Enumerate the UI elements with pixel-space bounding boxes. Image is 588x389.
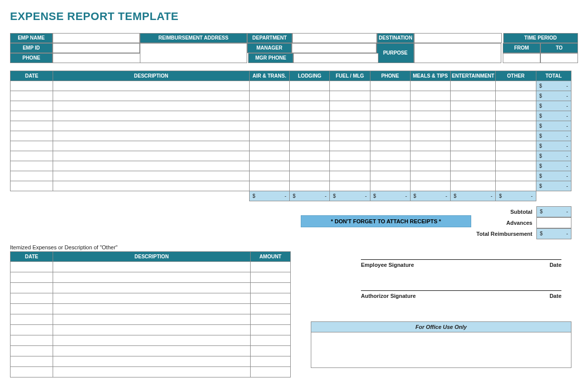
- cell[interactable]: [53, 81, 249, 91]
- cell[interactable]: [251, 283, 291, 293]
- cell[interactable]: [451, 161, 496, 171]
- cell[interactable]: [330, 161, 370, 171]
- cell[interactable]: [289, 181, 329, 191]
- cell[interactable]: [11, 91, 53, 101]
- cell[interactable]: [410, 141, 450, 151]
- cell[interactable]: [451, 101, 496, 111]
- cell[interactable]: [330, 141, 370, 151]
- cell[interactable]: [370, 181, 410, 191]
- cell[interactable]: [11, 335, 53, 346]
- cell[interactable]: [11, 121, 53, 131]
- cell[interactable]: [330, 101, 370, 111]
- cell[interactable]: [249, 181, 289, 191]
- cell[interactable]: [249, 151, 289, 161]
- input-mgr-phone[interactable]: [293, 53, 378, 63]
- input-manager[interactable]: [292, 43, 376, 53]
- input-from[interactable]: [503, 53, 540, 63]
- cell[interactable]: [451, 81, 496, 91]
- cell[interactable]: [289, 101, 329, 111]
- cell[interactable]: [53, 171, 249, 181]
- cell[interactable]: [289, 91, 329, 101]
- cell[interactable]: [410, 121, 450, 131]
- cell[interactable]: [11, 111, 53, 121]
- cell[interactable]: [370, 151, 410, 161]
- cell[interactable]: [289, 121, 329, 131]
- cell[interactable]: [251, 367, 291, 377]
- cell[interactable]: [410, 171, 450, 181]
- cell[interactable]: [370, 171, 410, 181]
- input-purpose[interactable]: [414, 43, 501, 63]
- input-emp-id[interactable]: [53, 43, 140, 53]
- cell[interactable]: [53, 262, 250, 272]
- cell[interactable]: [330, 171, 370, 181]
- cell[interactable]: [53, 111, 249, 121]
- cell[interactable]: [451, 121, 496, 131]
- cell[interactable]: [410, 111, 450, 121]
- cell[interactable]: [11, 161, 53, 171]
- cell[interactable]: [496, 141, 536, 151]
- cell[interactable]: [249, 121, 289, 131]
- cell[interactable]: [370, 131, 410, 141]
- cell[interactable]: [53, 101, 249, 111]
- cell[interactable]: [11, 171, 53, 181]
- cell[interactable]: [249, 131, 289, 141]
- cell[interactable]: [53, 314, 250, 325]
- cell[interactable]: [289, 131, 329, 141]
- cell[interactable]: [289, 161, 329, 171]
- cell[interactable]: [496, 81, 536, 91]
- cell[interactable]: [53, 283, 250, 293]
- cell[interactable]: [53, 293, 250, 304]
- cell[interactable]: [249, 171, 289, 181]
- cell[interactable]: [410, 91, 450, 101]
- cell[interactable]: [289, 111, 329, 121]
- cell[interactable]: [251, 335, 291, 346]
- cell[interactable]: [451, 111, 496, 121]
- cell[interactable]: [53, 304, 250, 314]
- cell[interactable]: [251, 272, 291, 283]
- cell[interactable]: [249, 141, 289, 151]
- cell[interactable]: [11, 346, 53, 356]
- cell[interactable]: [53, 91, 249, 101]
- cell[interactable]: [249, 101, 289, 111]
- cell[interactable]: [11, 293, 53, 304]
- cell[interactable]: [410, 161, 450, 171]
- cell[interactable]: [11, 314, 53, 325]
- cell[interactable]: [53, 151, 249, 161]
- cell[interactable]: [370, 81, 410, 91]
- cell[interactable]: [53, 367, 250, 377]
- cell[interactable]: [370, 141, 410, 151]
- cell[interactable]: [451, 131, 496, 141]
- cell[interactable]: [249, 161, 289, 171]
- cell[interactable]: [496, 111, 536, 121]
- office-use-body[interactable]: [311, 332, 571, 367]
- cell[interactable]: [330, 151, 370, 161]
- cell[interactable]: [370, 121, 410, 131]
- cell[interactable]: [370, 91, 410, 101]
- cell[interactable]: [251, 346, 291, 356]
- cell[interactable]: [53, 141, 249, 151]
- cell[interactable]: [496, 91, 536, 101]
- cell[interactable]: [410, 131, 450, 141]
- cell[interactable]: [11, 356, 53, 367]
- cell[interactable]: [249, 111, 289, 121]
- cell[interactable]: [451, 141, 496, 151]
- cell[interactable]: [11, 283, 53, 293]
- input-emp-name[interactable]: [53, 33, 140, 43]
- cell[interactable]: [330, 181, 370, 191]
- cell[interactable]: [410, 101, 450, 111]
- cell[interactable]: [496, 101, 536, 111]
- cell[interactable]: [53, 272, 250, 283]
- cell[interactable]: [330, 81, 370, 91]
- cell[interactable]: [410, 81, 450, 91]
- cell[interactable]: [370, 111, 410, 121]
- cell[interactable]: [289, 141, 329, 151]
- cell[interactable]: [251, 304, 291, 314]
- cell[interactable]: [451, 171, 496, 181]
- cell[interactable]: [330, 111, 370, 121]
- cell[interactable]: [451, 181, 496, 191]
- employee-signature-line[interactable]: Employee Signature Date: [361, 259, 561, 268]
- cell[interactable]: [370, 101, 410, 111]
- cell[interactable]: [11, 151, 53, 161]
- cell[interactable]: [11, 272, 53, 283]
- authorizor-signature-line[interactable]: Authorizor Signature Date: [361, 290, 561, 299]
